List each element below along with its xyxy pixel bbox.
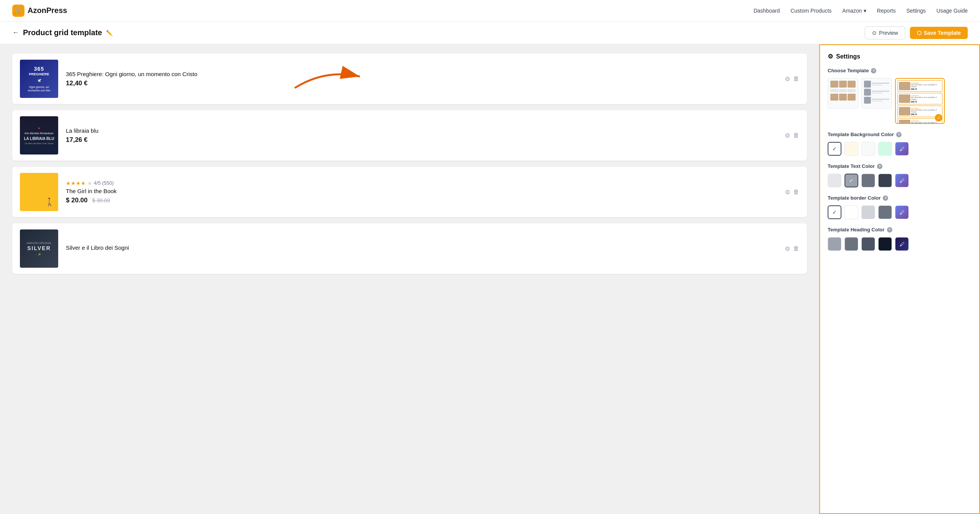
brand-logo[interactable]: 🛒 AzonPress [12,5,67,17]
swatch-medium-gray-heading[interactable] [844,237,858,251]
nav-settings[interactable]: Settings [906,8,926,14]
nav-amazon[interactable]: Amazon ▾ [842,8,866,14]
product-info: ★★★★★ 4/5 (550) The Girl in the Book $ 2… [66,180,777,204]
swatch-dark-gray-border[interactable] [878,205,892,219]
text-color-label: Template Text Color ? [828,163,972,169]
book-cover-girl: 🚶 [20,173,58,211]
back-button[interactable]: ← [12,29,19,37]
chevron-down-icon: ▾ [864,8,866,14]
nav-custom-products[interactable]: Custom Products [791,8,831,14]
help-icon-heading[interactable]: ? [887,227,892,233]
product-actions: ⚙ 🗑 [785,245,799,252]
nav-reports[interactable]: Reports [877,8,896,14]
swatch-medium-selected[interactable]: ✓ [844,174,858,187]
template-option-list[interactable] [861,78,892,109]
settings-icon[interactable]: ⚙ [785,245,790,252]
swatch-light-green[interactable] [878,142,892,156]
swatch-custom-border[interactable]: 🖊 [895,205,909,219]
template-selected-check: ✓ [935,114,942,122]
brand-name: AzonPress [28,6,67,15]
edit-icon[interactable]: ✏️ [106,30,113,36]
swatch-light-gray-heading[interactable] [828,237,841,251]
eyedropper-icon: 🖊 [900,210,905,215]
eye-icon: ⊙ [872,30,877,36]
nav-usage-guide[interactable]: Usage Guide [936,8,968,14]
list-item: 365 PREGHIERE 🕊️ Ogni giorno, unmomento … [12,54,807,104]
swatch-dark-gray-heading[interactable] [861,237,875,251]
product-title: La libraia blu [66,127,777,134]
swatch-dark[interactable] [878,174,892,187]
save-template-button[interactable]: ⬡ Save Template [910,27,968,39]
product-info: Silver e il Libro dei Sogni [66,244,777,253]
gear-icon: ⚙ [828,53,833,60]
product-actions: ⚙ 🗑 [785,189,799,196]
settings-icon[interactable]: ⚙ [785,132,790,139]
swatch-custom-heading[interactable]: 🖊 [895,237,909,251]
text-color-section: Template Text Color ? ✓ 🖊 [828,163,972,187]
choose-template-label: Choose Template ? [828,68,972,73]
choose-template-section: Choose Template ? [828,68,972,124]
brand-icon: 🛒 [12,5,24,17]
settings-panel: ⚙ Settings Choose Template ? [819,44,980,514]
book-cover-libraia: ● Kim Michele Richardson LA LIBRAIA BLU … [20,116,58,155]
product-image: 365 PREGHIERE 🕊️ Ogni giorno, unmomento … [20,60,58,98]
swatch-cream[interactable] [844,142,858,156]
settings-title: ⚙ Settings [828,53,972,60]
eyedropper-icon: 🖊 [900,241,905,247]
bg-color-section: Template Background Color ? ✓ 🖊 [828,132,972,156]
help-icon-text[interactable]: ? [877,164,882,169]
swatch-custom-bg[interactable]: 🖊 [895,142,909,156]
help-icon-border[interactable]: ? [883,195,888,201]
help-icon-bg[interactable]: ? [896,132,902,137]
settings-icon[interactable]: ⚙ [785,189,790,196]
rating-text: 4/5 (550) [94,180,114,186]
page-header: ← Product grid template ✏️ ⊙ Preview ⬡ S… [0,21,980,44]
product-actions: ⚙ 🗑 [785,132,799,139]
settings-icon[interactable]: ⚙ [785,75,790,83]
eyedropper-icon: 🖊 [900,146,905,152]
preview-button[interactable]: ⊙ Preview [865,26,905,39]
star-empty: ★ [87,180,92,186]
template-option-active[interactable]: ★★★★★ Nunn Bush Men's, Kore City Walk LT… [895,78,945,124]
product-info: La libraia blu 17,26 € [66,127,777,144]
product-rating: ★★★★★ 4/5 (550) [66,180,777,186]
swatch-white-border-selected[interactable]: ✓ [828,205,841,219]
list-item: AMAZON ORIGINAL SILVER ✨ Silver e il Lib… [12,223,807,274]
heading-color-swatches: 🖊 [828,237,972,251]
heading-color-section: Template Heading Color ? 🖊 [828,227,972,251]
star-filled: ★★★★ [66,180,86,186]
heading-color-label: Template Heading Color ? [828,227,972,233]
save-icon: ⬡ [917,30,921,36]
product-title: 365 Preghiere: Ogni giorno, un momento c… [66,71,777,77]
template-option-grid[interactable] [828,78,858,109]
list-item: 🚶 ★★★★★ 4/5 (550) The Girl in the Book $… [12,167,807,217]
swatch-light-gray[interactable] [861,142,875,156]
delete-icon[interactable]: 🗑 [793,75,799,82]
check-icon: ✓ [832,209,837,215]
swatch-gray[interactable] [861,174,875,187]
product-list: 365 PREGHIERE 🕊️ Ogni giorno, unmomento … [0,44,819,514]
border-color-swatches: ✓ 🖊 [828,205,972,219]
swatch-white2-border[interactable] [844,205,858,219]
header-actions: ⊙ Preview ⬡ Save Template [865,26,968,39]
navbar: 🛒 AzonPress Dashboard Custom Products Am… [0,0,980,21]
swatch-near-black-heading[interactable] [878,237,892,251]
check-icon: ✓ [849,177,854,184]
main-layout: 365 PREGHIERE 🕊️ Ogni giorno, unmomento … [0,44,980,514]
swatch-light[interactable] [828,174,841,187]
help-icon[interactable]: ? [871,68,876,73]
bg-color-swatches: ✓ 🖊 [828,142,972,156]
swatch-light-gray-border[interactable] [861,205,875,219]
swatch-white-selected[interactable]: ✓ [828,142,841,156]
product-image: ● Kim Michele Richardson LA LIBRAIA BLU … [20,116,58,155]
bg-color-label: Template Background Color ? [828,132,972,137]
page-title-section: ← Product grid template ✏️ [12,28,865,37]
delete-icon[interactable]: 🗑 [793,132,799,139]
delete-icon[interactable]: 🗑 [793,245,799,252]
nav-links: Dashboard Custom Products Amazon ▾ Repor… [753,8,968,14]
swatch-custom-text[interactable]: 🖊 [895,174,909,187]
product-title: The Girl in the Book [66,188,777,194]
nav-dashboard[interactable]: Dashboard [753,8,780,14]
product-info: 365 Preghiere: Ogni giorno, un momento c… [66,71,777,87]
delete-icon[interactable]: 🗑 [793,189,799,195]
